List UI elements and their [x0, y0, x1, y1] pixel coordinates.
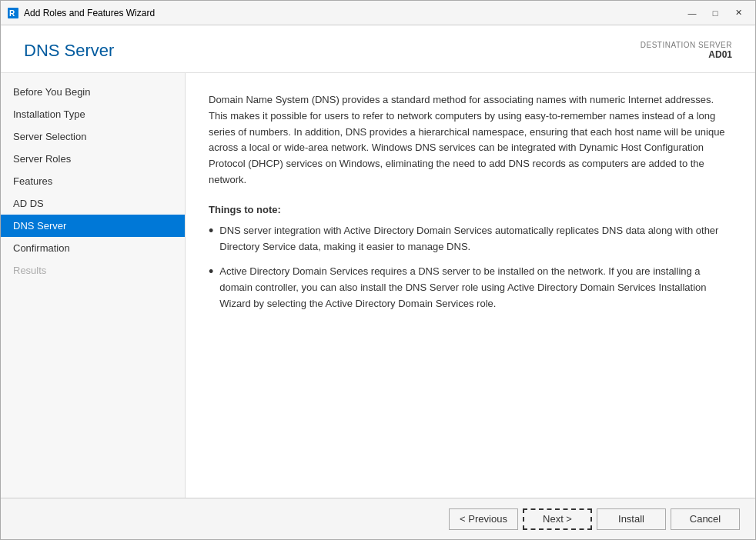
minimize-button[interactable]: — — [681, 5, 703, 21]
description-paragraph: Domain Name System (DNS) provides a stan… — [209, 92, 732, 188]
sidebar-item-before-you-begin[interactable]: Before You Begin — [1, 81, 185, 103]
next-button[interactable]: Next > — [523, 508, 592, 530]
window-controls: — □ ✕ — [681, 5, 749, 21]
sidebar-item-features[interactable]: Features — [1, 170, 185, 192]
sidebar-item-server-selection[interactable]: Server Selection — [1, 125, 185, 148]
cancel-button[interactable]: Cancel — [671, 508, 740, 530]
destination-name: AD01 — [641, 49, 732, 60]
header-section: DNS Server DESTINATION SERVER AD01 — [1, 25, 755, 73]
sidebar-item-dns-server[interactable]: DNS Server — [1, 215, 185, 237]
wizard-window: R Add Roles and Features Wizard — □ ✕ DN… — [0, 0, 756, 540]
bullet-text-2: Active Directory Domain Services require… — [219, 264, 732, 312]
sidebar-item-ad-ds[interactable]: AD DS — [1, 192, 185, 215]
sidebar-item-confirmation[interactable]: Confirmation — [1, 237, 185, 259]
app-icon: R — [7, 7, 19, 19]
bullet-text-1: DNS server integration with Active Direc… — [219, 223, 732, 255]
middle-area: Before You Begin Installation Type Serve… — [1, 73, 755, 498]
bullet-dot-1: • — [209, 223, 213, 240]
sidebar-item-server-roles[interactable]: Server Roles — [1, 148, 185, 170]
sidebar-item-installation-type[interactable]: Installation Type — [1, 103, 185, 125]
things-to-note-heading: Things to note: — [209, 204, 732, 215]
install-button[interactable]: Install — [597, 508, 666, 530]
destination-server-info: DESTINATION SERVER AD01 — [641, 41, 732, 60]
bullet-dot-2: • — [209, 264, 213, 281]
svg-text:R: R — [9, 9, 15, 18]
destination-label: DESTINATION SERVER — [641, 41, 732, 49]
window-title: Add Roles and Features Wizard — [24, 8, 681, 18]
main-wrapper: DNS Server DESTINATION SERVER AD01 Befor… — [1, 25, 755, 539]
list-item: • Active Directory Domain Services requi… — [209, 264, 732, 312]
main-content: Domain Name System (DNS) provides a stan… — [186, 73, 755, 498]
title-bar: R Add Roles and Features Wizard — □ ✕ — [1, 1, 755, 25]
close-button[interactable]: ✕ — [728, 5, 749, 21]
previous-button[interactable]: < Previous — [449, 508, 518, 530]
footer: < Previous Next > Install Cancel — [1, 498, 755, 539]
sidebar: Before You Begin Installation Type Serve… — [1, 73, 186, 498]
bullet-list: • DNS server integration with Active Dir… — [209, 223, 732, 312]
sidebar-item-results: Results — [1, 259, 185, 282]
maximize-button[interactable]: □ — [704, 5, 726, 21]
list-item: • DNS server integration with Active Dir… — [209, 223, 732, 255]
page-title: DNS Server — [24, 41, 114, 61]
